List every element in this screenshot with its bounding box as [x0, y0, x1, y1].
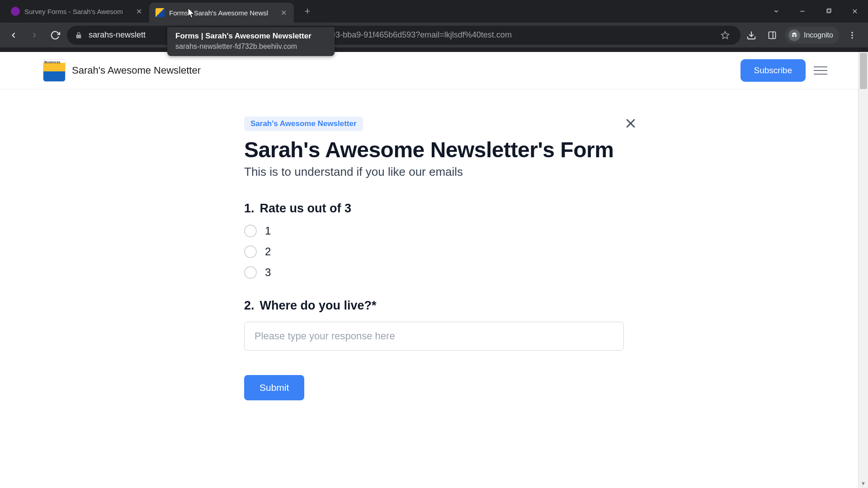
brand-name: Sarah's Awesome Newsletter	[72, 65, 201, 76]
scrollbar[interactable]: ▼	[858, 52, 868, 488]
question-text: Where do you live?*	[260, 299, 377, 313]
tab-survey-forms[interactable]: Survey Forms - Sarah's Awesom ✕	[5, 1, 149, 21]
scroll-down-icon[interactable]: ▼	[861, 480, 866, 487]
minimize-icon[interactable]	[789, 0, 816, 23]
radio-icon	[244, 245, 257, 258]
incognito-icon	[788, 29, 800, 41]
url-text: sarahs-newslett	[89, 30, 146, 40]
question-number: 1.	[244, 202, 255, 216]
radio-label: 1	[265, 225, 271, 237]
new-tab-button[interactable]: +	[299, 3, 316, 19]
menu-icon[interactable]	[814, 66, 827, 75]
brand[interactable]: Sarah's Awesome Newsletter	[43, 59, 201, 82]
submit-button[interactable]: Submit	[244, 375, 304, 400]
form-container: Sarah's Awesome Newsletter Sarah's Aweso…	[235, 117, 633, 400]
question-rating: 1. Rate us out of 3 1 2 3	[244, 202, 624, 279]
question-text: Rate us out of 3	[260, 202, 352, 216]
tab-forms[interactable]: Forms | Sarah's Awesome Newsl ✕	[149, 3, 294, 23]
question-location: 2. Where do you live?*	[244, 299, 624, 351]
site-header: Sarah's Awesome Newsletter Subscribe	[0, 52, 868, 89]
lock-icon	[75, 32, 82, 39]
form-title: Sarah's Awesome Newsletter's Form	[244, 137, 624, 162]
close-window-icon[interactable]	[842, 0, 868, 23]
download-icon[interactable]	[743, 27, 760, 43]
maximize-icon[interactable]	[816, 0, 842, 23]
tooltip-url: sarahs-newsletter-fd732b.beehiiv.com	[175, 42, 326, 51]
svg-rect-7	[769, 32, 776, 38]
brand-logo-icon	[43, 59, 66, 82]
tab-title: Forms | Sarah's Awesome Newsl	[169, 9, 277, 17]
subscribe-button[interactable]: Subscribe	[741, 59, 806, 82]
chevron-down-icon[interactable]	[763, 0, 789, 23]
favicon-icon	[156, 8, 165, 17]
svg-marker-5	[722, 31, 729, 38]
panel-icon[interactable]	[764, 27, 780, 43]
tab-bar: Survey Forms - Sarah's Awesom ✕ Forms | …	[0, 0, 868, 23]
kebab-menu-icon[interactable]	[844, 27, 860, 43]
url-text-right: 583-4793-bba9-91f465b6d593?email=lkjlsdf…	[306, 30, 512, 40]
svg-rect-2	[828, 9, 831, 12]
radio-label: 3	[265, 266, 271, 279]
radio-label: 2	[265, 245, 271, 258]
location-input[interactable]	[244, 322, 624, 351]
radio-icon	[244, 266, 257, 279]
radio-option-1[interactable]: 1	[244, 225, 624, 237]
close-tab-icon[interactable]: ✕	[135, 7, 143, 15]
back-button[interactable]	[5, 26, 23, 44]
radio-icon	[244, 225, 257, 237]
svg-point-10	[795, 35, 797, 37]
tooltip-title: Forms | Sarah's Awesome Newsletter	[175, 32, 326, 41]
radio-option-2[interactable]: 2	[244, 245, 624, 258]
toolbar: sarahs-newslett 583-4793-bba9-91f465b6d5…	[0, 23, 868, 47]
form-subtitle: This is to understand if you like our em…	[244, 165, 624, 179]
form-tag[interactable]: Sarah's Awesome Newsletter	[244, 117, 363, 131]
tab-title: Survey Forms - Sarah's Awesom	[24, 8, 132, 15]
tab-tooltip: Forms | Sarah's Awesome Newsletter sarah…	[167, 27, 335, 56]
star-icon[interactable]	[717, 27, 733, 43]
question-number: 2.	[244, 299, 255, 313]
favicon-icon	[11, 7, 20, 16]
reload-button[interactable]	[46, 26, 64, 44]
close-form-icon[interactable]	[624, 117, 637, 132]
close-tab-icon[interactable]: ✕	[279, 9, 288, 17]
forward-button[interactable]	[25, 26, 43, 44]
radio-option-3[interactable]: 3	[244, 266, 624, 279]
svg-point-13	[851, 37, 853, 38]
svg-point-12	[851, 34, 853, 36]
incognito-badge[interactable]: Incognito	[785, 27, 840, 44]
svg-point-9	[792, 35, 794, 37]
svg-point-11	[851, 32, 853, 33]
svg-rect-1	[827, 9, 830, 13]
